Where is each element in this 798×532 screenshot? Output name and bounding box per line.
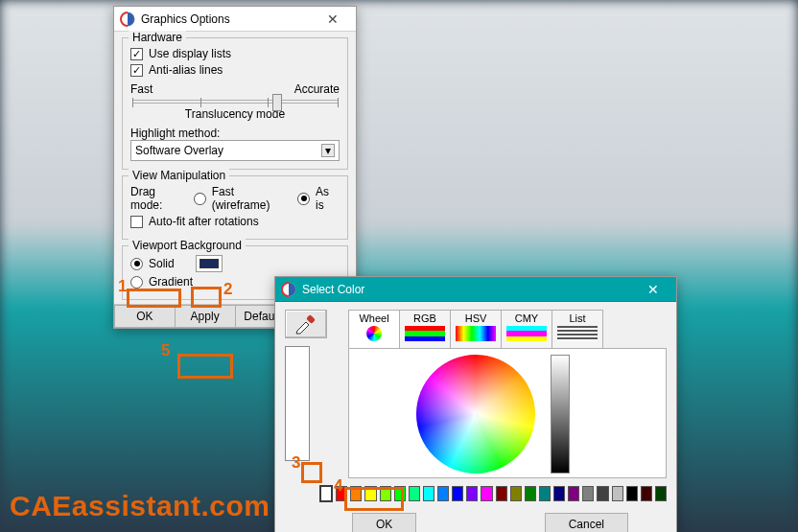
select-color-ok-button[interactable]: OK (352, 513, 416, 532)
drag-fast-radio[interactable] (194, 193, 206, 205)
swatch[interactable] (437, 486, 449, 501)
swatch[interactable] (641, 486, 652, 501)
swatch[interactable] (582, 486, 594, 501)
swatch[interactable] (394, 486, 406, 501)
list-icon (557, 326, 598, 341)
wheel-icon (366, 326, 382, 341)
callout-3: 3 (292, 453, 300, 473)
chevron-down-icon: ▾ (321, 144, 335, 157)
tab-wheel[interactable]: Wheel (348, 310, 400, 348)
color-tabs: Wheel RGB HSV CMY List (348, 310, 667, 348)
select-color-cancel-button[interactable]: Cancel (545, 513, 628, 532)
watermark: CAEassistant.com (10, 490, 270, 522)
swatch[interactable] (481, 486, 492, 501)
anti-alias-checkbox[interactable] (130, 64, 143, 77)
swatch[interactable] (612, 486, 623, 501)
gradient-label: Gradient (149, 275, 193, 289)
color-preview (285, 346, 310, 461)
highlight-method-dropdown[interactable]: Software Overlay ▾ (130, 140, 340, 161)
solid-radio[interactable] (130, 258, 143, 270)
wheel-panel (348, 348, 667, 478)
swatch[interactable] (510, 486, 522, 501)
swatch[interactable] (626, 486, 638, 501)
callout-4: 4 (334, 476, 342, 496)
swatch[interactable] (466, 486, 478, 501)
solid-label: Solid (149, 257, 175, 270)
swatch[interactable] (423, 486, 434, 501)
rgb-icon (405, 326, 445, 341)
use-display-lists-checkbox[interactable] (130, 48, 143, 60)
close-icon[interactable]: ✕ (316, 10, 350, 29)
select-color-titlebar: Select Color ✕ (275, 277, 676, 302)
swatch[interactable] (539, 486, 551, 501)
cmy-icon (506, 326, 547, 341)
drag-asis-label: As is (316, 185, 340, 212)
eyedropper-button[interactable] (285, 310, 327, 338)
swatch[interactable] (655, 486, 667, 501)
drag-asis-radio[interactable] (297, 193, 310, 205)
drag-fast-label: Fast (wireframe) (212, 185, 293, 212)
highlight-method-value: Software Overlay (135, 144, 223, 157)
svg-rect-2 (306, 314, 316, 324)
use-display-lists-label: Use display lists (149, 47, 231, 60)
swatch-row (319, 486, 667, 503)
color-wheel[interactable] (416, 355, 535, 474)
hsv-icon (456, 326, 496, 341)
drag-mode-label: Drag mode: (130, 185, 188, 212)
swatch[interactable] (525, 486, 536, 501)
hardware-group: Hardware Use display lists Anti-alias li… (122, 37, 348, 170)
select-color-title: Select Color (302, 283, 636, 296)
swatch[interactable] (380, 486, 391, 501)
graphics-title: Graphics Options (141, 12, 316, 26)
close-icon[interactable]: ✕ (636, 280, 670, 299)
callout-1: 1 (118, 277, 127, 296)
view-legend: View Manipulation (129, 169, 229, 182)
hardware-legend: Hardware (129, 31, 186, 44)
autofit-label: Auto-fit after rotations (149, 215, 259, 228)
tab-hsv[interactable]: HSV (450, 310, 502, 348)
abaqus-icon (281, 282, 296, 297)
swatch[interactable] (350, 486, 362, 501)
abaqus-icon (120, 12, 135, 27)
apply-button[interactable]: Apply (175, 305, 235, 328)
tab-list[interactable]: List (552, 310, 603, 348)
anti-alias-label: Anti-alias lines (149, 63, 223, 77)
fast-label: Fast (130, 82, 153, 96)
gradient-radio[interactable] (130, 276, 143, 289)
tab-cmy[interactable]: CMY (501, 310, 552, 348)
value-bar[interactable] (551, 355, 570, 474)
swatch[interactable] (319, 485, 333, 502)
graphics-titlebar: Graphics Options ✕ (114, 7, 356, 32)
callout-5: 5 (161, 341, 170, 360)
swatch[interactable] (364, 486, 376, 501)
ok-button[interactable]: OK (114, 305, 175, 328)
tab-rgb[interactable]: RGB (399, 310, 451, 348)
translucency-mode-label: Translucency mode (130, 107, 340, 121)
swatch[interactable] (597, 486, 608, 501)
viewport-legend: Viewport Background (129, 239, 246, 252)
view-manipulation-group: View Manipulation Drag mode: Fast (wiref… (122, 175, 348, 240)
swatch[interactable] (496, 486, 507, 501)
swatch[interactable] (409, 486, 420, 501)
eyedropper-icon (293, 313, 318, 335)
swatch[interactable] (553, 486, 565, 501)
swatch[interactable] (452, 486, 463, 501)
highlight-method-label: Highlight method: (130, 127, 340, 140)
accurate-label: Accurate (294, 82, 340, 96)
callout-2: 2 (223, 280, 232, 299)
solid-color-button[interactable] (196, 255, 223, 272)
translucency-slider[interactable] (132, 100, 338, 104)
swatch[interactable] (568, 486, 579, 501)
autofit-checkbox[interactable] (130, 216, 143, 228)
